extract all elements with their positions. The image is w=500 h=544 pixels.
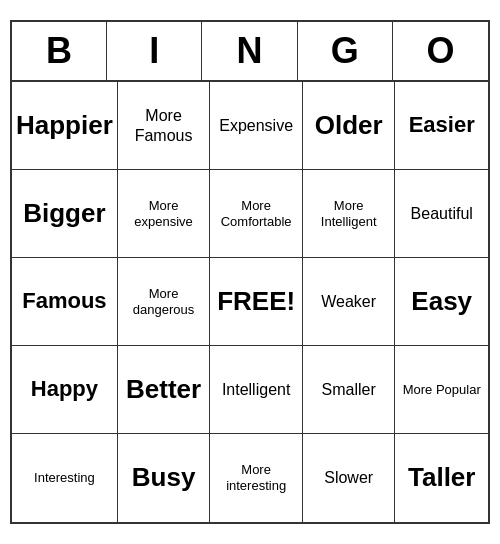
cell-text: Happy [31, 376, 98, 402]
bingo-cell: More dangerous [118, 258, 211, 346]
cell-text: Happier [16, 110, 113, 141]
bingo-cell: More Comfortable [210, 170, 303, 258]
cell-text: Busy [132, 462, 196, 493]
bingo-cell: Older [303, 82, 396, 170]
bingo-cell: Famous [12, 258, 118, 346]
header-letter: O [393, 22, 488, 80]
bingo-cell: Intelligent [210, 346, 303, 434]
bingo-cell: Weaker [303, 258, 396, 346]
cell-text: Weaker [321, 292, 376, 311]
cell-text: Interesting [34, 470, 95, 486]
cell-text: Older [315, 110, 383, 141]
bingo-cell: More Popular [395, 346, 488, 434]
bingo-cell: Easy [395, 258, 488, 346]
cell-text: More expensive [122, 198, 206, 229]
header-letter: N [202, 22, 297, 80]
bingo-cell: More interesting [210, 434, 303, 522]
bingo-cell: Better [118, 346, 211, 434]
bingo-cell: Smaller [303, 346, 396, 434]
bingo-grid: HappierMore FamousExpensiveOlderEasierBi… [12, 82, 488, 522]
cell-text: More Intelligent [307, 198, 391, 229]
cell-text: More dangerous [122, 286, 206, 317]
bingo-cell: Beautiful [395, 170, 488, 258]
bingo-cell: Interesting [12, 434, 118, 522]
bingo-cell: Slower [303, 434, 396, 522]
cell-text: Easy [411, 286, 472, 317]
bingo-cell: Taller [395, 434, 488, 522]
bingo-cell: FREE! [210, 258, 303, 346]
cell-text: Slower [324, 468, 373, 487]
bingo-cell: Busy [118, 434, 211, 522]
cell-text: More interesting [214, 462, 298, 493]
header-letter: G [298, 22, 393, 80]
cell-text: More Famous [122, 106, 206, 144]
cell-text: FREE! [217, 286, 295, 317]
bingo-cell: More Famous [118, 82, 211, 170]
bingo-cell: More Intelligent [303, 170, 396, 258]
bingo-header: BINGO [12, 22, 488, 82]
header-letter: I [107, 22, 202, 80]
bingo-cell: Easier [395, 82, 488, 170]
cell-text: More Comfortable [214, 198, 298, 229]
cell-text: Bigger [23, 198, 105, 229]
cell-text: Famous [22, 288, 106, 314]
cell-text: Beautiful [411, 204, 473, 223]
bingo-cell: Expensive [210, 82, 303, 170]
bingo-cell: Happy [12, 346, 118, 434]
cell-text: Expensive [219, 116, 293, 135]
cell-text: Intelligent [222, 380, 291, 399]
cell-text: More Popular [403, 382, 481, 398]
bingo-cell: More expensive [118, 170, 211, 258]
cell-text: Smaller [322, 380, 376, 399]
cell-text: Better [126, 374, 201, 405]
bingo-card: BINGO HappierMore FamousExpensiveOlderEa… [10, 20, 490, 524]
bingo-cell: Bigger [12, 170, 118, 258]
cell-text: Taller [408, 462, 475, 493]
header-letter: B [12, 22, 107, 80]
bingo-cell: Happier [12, 82, 118, 170]
cell-text: Easier [409, 112, 475, 138]
